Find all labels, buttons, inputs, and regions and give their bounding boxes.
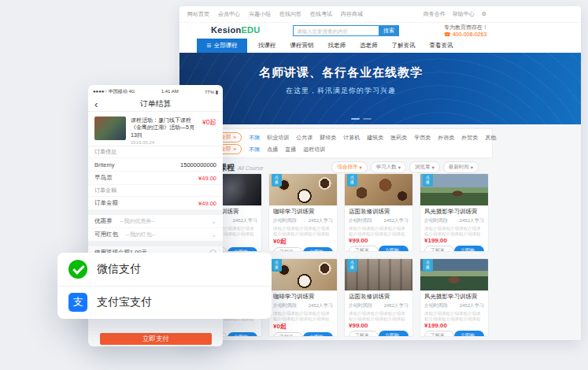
course-actions: 了解更多 立即购买 xyxy=(424,331,484,337)
sort-pill[interactable]: 最新时间▾ xyxy=(443,161,479,173)
course-card: 点播 咖啡学习训练营 介绍时间段 2452人学习 课程介绍课程介绍课程介绍课程介… xyxy=(268,173,338,252)
caret-down-icon: ▾ xyxy=(431,165,434,171)
buy-now-button[interactable]: 立即购买 xyxy=(379,331,409,337)
sort-pill-label: 学习人数 xyxy=(376,164,397,171)
filter-item[interactable]: 不限 xyxy=(249,146,260,154)
filter-item[interactable]: 财经类 xyxy=(320,134,336,142)
nav-link[interactable]: 找课程 xyxy=(258,42,276,50)
nav-link[interactable]: 课程营销 xyxy=(290,42,314,50)
banner-dot[interactable] xyxy=(363,118,372,120)
course-title[interactable]: 风光摄影学习训练营 xyxy=(424,293,484,301)
status-bar: ●●●●○ 中国移动 4G 1:41 AM 77% ▮ xyxy=(88,85,223,96)
pay-now-button[interactable]: 立即支付 xyxy=(100,333,212,345)
course-title[interactable]: 咖啡学习训练营 xyxy=(273,208,333,216)
filter-item[interactable]: 职业培训 xyxy=(267,134,289,142)
know-more-button[interactable]: 了解更多 xyxy=(349,331,379,337)
caret-down-icon: ▾ xyxy=(398,165,401,171)
know-more-button[interactable]: 了解更多 xyxy=(349,246,379,252)
buyer-phone: 15000000000 xyxy=(180,161,216,168)
sort-pills: 综合排序▾ 学习人数▾ 浏览量▾ 最新时间▾ xyxy=(331,161,479,173)
filter-item[interactable]: 公共课 xyxy=(296,134,312,142)
payment-method-popup: 微信支付 支 支付宝支付 xyxy=(57,253,272,319)
filter-item[interactable]: 远程培训 xyxy=(303,146,325,154)
utility-link-help[interactable]: 帮助中心 xyxy=(453,10,475,18)
mobile-nav-bar: ‹ 订单结算 xyxy=(88,96,223,112)
filter-item[interactable]: 不限 xyxy=(249,134,260,142)
redpacket-hint: --我的红包-- xyxy=(126,231,155,239)
alipay-label: 支付宝支付 xyxy=(97,295,152,309)
nav-link[interactable]: 查看资讯 xyxy=(430,42,453,50)
chevron-down-icon[interactable]: ⌄ xyxy=(211,218,216,225)
filter-item[interactable]: 点播 xyxy=(267,146,278,154)
buy-now-button[interactable]: 立即购买 xyxy=(303,332,333,337)
banner-dot-active[interactable] xyxy=(351,118,360,120)
section-order-amount: 订单金额 xyxy=(88,185,223,197)
search-button[interactable]: 搜索 xyxy=(379,25,399,36)
filter-item[interactable]: 建筑类 xyxy=(367,134,383,142)
buy-now-button[interactable]: 立即购买 xyxy=(379,246,409,252)
banner-subtitle: 在这里，科汛满足你的学习兴趣 xyxy=(179,86,502,96)
course-title[interactable]: 咖啡学习训练营 xyxy=(273,293,333,301)
filter-item[interactable]: 学历类 xyxy=(414,134,431,142)
utility-link[interactable]: 在线问答 xyxy=(279,10,301,18)
order-product-row[interactable]: 课程活动：厦门线下课程《金鹰的江湖》活动—5月13日 2019.05.24 ¥0… xyxy=(88,112,223,146)
coupon-row[interactable]: 优惠券 --我的优惠券-- ⌄ xyxy=(88,215,223,228)
nav-link[interactable]: 选老师 xyxy=(360,42,378,50)
filter-item[interactable]: 其他 xyxy=(485,134,496,142)
search-input[interactable] xyxy=(293,25,379,36)
filter-item[interactable]: 外贸类 xyxy=(461,134,478,142)
nav-link[interactable]: 了解资讯 xyxy=(392,42,416,50)
sort-pill[interactable]: 学习人数▾ xyxy=(371,161,406,173)
caret-down-icon: ▾ xyxy=(471,165,473,171)
buy-now-button[interactable]: 立即购买 xyxy=(454,331,484,337)
buy-now-button[interactable]: 立即购买 xyxy=(227,332,257,337)
utility-link[interactable]: 兴趣小组 xyxy=(249,10,271,18)
course-thumbnail: 点播 xyxy=(420,174,488,205)
chevron-down-icon[interactable]: ⌄ xyxy=(211,231,216,239)
know-more-button[interactable]: 了解更多 xyxy=(273,247,303,252)
course-thumbnail: 点播 xyxy=(269,259,337,290)
know-more-button[interactable]: 了解更多 xyxy=(424,331,454,337)
redpacket-label: 可用红包 xyxy=(94,231,118,239)
banner-pagination xyxy=(351,118,372,120)
wechat-pay-option[interactable]: 微信支付 xyxy=(57,253,272,286)
main-nav: ☰ 全部课程 找课程课程营销找老师选老师了解资讯查看资讯 xyxy=(179,39,581,53)
utility-link[interactable]: 会员中心 xyxy=(218,10,240,18)
utility-link[interactable]: 在线考试 xyxy=(310,10,332,18)
banner-title: 名师讲课、各行各业在线教学 xyxy=(179,65,502,80)
gear-icon[interactable]: ⚙ xyxy=(482,11,486,17)
chevron-right-icon: » xyxy=(234,146,237,152)
know-more-button[interactable]: 了解更多 xyxy=(424,246,454,252)
filter-item[interactable]: 医药类 xyxy=(390,134,407,142)
course-badge: 点播 xyxy=(272,174,282,187)
filter-item[interactable]: 外语类 xyxy=(438,134,454,142)
filter-item[interactable]: 计算机 xyxy=(343,134,360,142)
battery-percent: 77% xyxy=(205,90,214,94)
course-card-body: 店面装修训练营 介绍时间段 2452人学习 课程介绍课程介绍课程介绍课程介绍课程… xyxy=(345,205,412,252)
course-learners: 2452人学习 xyxy=(309,302,333,309)
alipay-option[interactable]: 支 支付宝支付 xyxy=(57,286,272,320)
utility-link-cooperate[interactable]: 商务合作 xyxy=(423,10,446,18)
back-icon[interactable]: ‹ xyxy=(94,97,98,112)
course-price: ¥199.00 xyxy=(424,322,484,329)
buy-now-button[interactable]: 立即购买 xyxy=(303,247,333,252)
sort-pill[interactable]: 综合排序▾ xyxy=(331,161,367,173)
status-time: 1:41 AM xyxy=(161,89,179,94)
course-title[interactable]: 店面装修训练营 xyxy=(349,208,409,216)
all-courses-button[interactable]: ☰ 全部课程 xyxy=(197,39,247,53)
buy-now-button[interactable]: 立即购买 xyxy=(454,246,484,252)
nav-link[interactable]: 找老师 xyxy=(328,42,346,50)
redpacket-row[interactable]: 可用红包 --我的红包-- ⌄ xyxy=(88,228,223,242)
course-title[interactable]: 风光摄影学习训练营 xyxy=(424,208,484,216)
buy-now-button[interactable]: 立即购买 xyxy=(227,247,257,252)
course-title[interactable]: 店面装修训练营 xyxy=(349,293,409,301)
course-meta: 介绍时间段 2452人学习 xyxy=(349,302,409,309)
utility-link[interactable]: 网站首页 xyxy=(187,10,209,18)
filter-item[interactable]: 直播 xyxy=(285,146,296,154)
utility-link[interactable]: 内容商城 xyxy=(341,10,363,18)
course-actions: 了解更多 立即购买 xyxy=(273,332,333,337)
know-more-button[interactable]: 了解更多 xyxy=(273,332,303,337)
hero-banner: 名师讲课、各行各业在线教学 在这里，科汛满足你的学习兴趣 xyxy=(179,53,581,125)
filter-panel: 分类：全部» 不限职业培训公共课财经类计算机建筑类医药类学历类外语类外贸类其他 … xyxy=(193,128,493,158)
sort-pill[interactable]: 浏览量▾ xyxy=(409,161,440,173)
